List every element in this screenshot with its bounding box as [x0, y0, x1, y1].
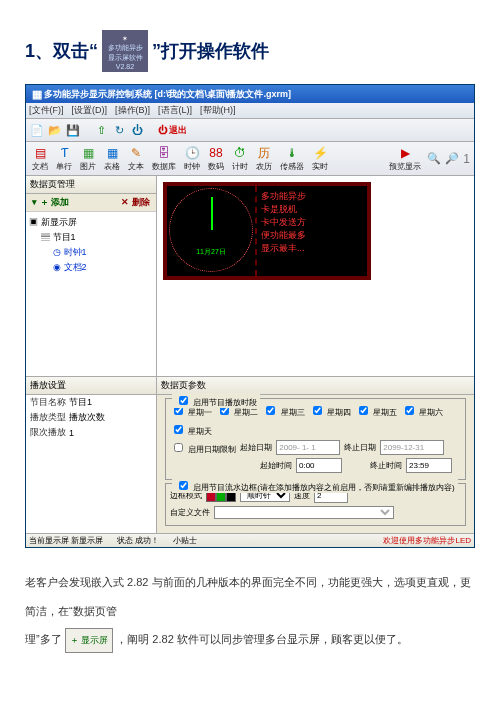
chk-date-limit[interactable]	[174, 443, 183, 452]
page-params-panel: 数据页参数 启用节目播放时段 星期一 星期二 星期三 星期四 星期五 星期六 星…	[157, 377, 474, 533]
heading-prefix: 1、双击“	[25, 39, 98, 63]
play-type-value: 播放次数	[69, 411, 105, 424]
led-preview: 11月27日 多功能异步 卡是脱机 卡中发送方 便功能最多 显示最丰...	[163, 182, 371, 280]
chk-wed[interactable]	[266, 406, 275, 415]
start-time-input[interactable]	[296, 458, 342, 473]
chk-sat[interactable]	[405, 406, 414, 415]
sidepanel: 数据页管理 ▾ ＋ 添加 ✕ 删除 ▣ 新显示屏 ▤ 节目1 ◷ 时钟1 ◉ 文…	[26, 176, 157, 376]
tree-root[interactable]: ▣ 新显示屏	[29, 215, 153, 230]
canvas-area[interactable]: 11月27日 多功能异步 卡是脱机 卡中发送方 便功能最多 显示最丰...	[157, 176, 474, 376]
exit-button[interactable]: ⏻ 退出	[158, 124, 187, 137]
program-name-value: 节目1	[69, 396, 92, 409]
status-welcome: 欢迎使用多功能异步LED	[383, 535, 471, 546]
led-text: 多功能异步 卡是脱机 卡中发送方 便功能最多 显示最丰...	[255, 186, 367, 276]
menu-file[interactable]: [文件(F)]	[29, 104, 64, 117]
enable-border-check[interactable]	[179, 481, 188, 490]
menu-help[interactable]: [帮助(H)]	[200, 104, 236, 117]
clock-date: 11月27日	[170, 247, 252, 257]
open-icon[interactable]: 📂	[48, 123, 62, 137]
desktop-shortcut-icon: ✶ 多功能异步 显示屏软件 V2.82	[102, 30, 148, 72]
end-time-input[interactable]	[406, 458, 452, 473]
bottom-panels: 播放设置 节目名称节目1 播放类型播放次数 限次播放1 数据页参数 启用节目播放…	[26, 376, 474, 533]
start-date-input[interactable]	[276, 440, 340, 455]
titlebar: ▦ 多功能异步显示屏控制系统 [d:\我的文档\桌面\播放文件.gxrm]	[26, 85, 474, 103]
main-area: 数据页管理 ▾ ＋ 添加 ✕ 删除 ▣ 新显示屏 ▤ 节目1 ◷ 时钟1 ◉ 文…	[26, 176, 474, 376]
app-window: ▦ 多功能异步显示屏控制系统 [d:\我的文档\桌面\播放文件.gxrm] [文…	[25, 84, 475, 548]
tb-shujuku[interactable]: 🗄数据库	[150, 144, 178, 173]
doc-paragraph: 老客户会发现嵌入式 2.82 与前面的几种版本的界面完全不同，功能更强大，选项更…	[25, 568, 475, 654]
play-limit-value: 1	[69, 428, 74, 438]
tree-view[interactable]: ▣ 新显示屏 ▤ 节目1 ◷ 时钟1 ◉ 文档2	[26, 212, 156, 376]
delete-button[interactable]: ✕ 删除	[121, 196, 150, 209]
tb-biaoge[interactable]: ▦表格	[102, 144, 122, 173]
play-settings-head: 播放设置	[26, 377, 156, 395]
zoom-in-icon[interactable]: 🔍	[427, 152, 441, 166]
toolbar-main: ▤文档 Ƭ单行 ▦图片 ▦表格 ✎文本 🗄数据库 🕒时钟 88数码 ⏱计时 历农…	[26, 142, 474, 176]
side-head: 数据页管理	[26, 176, 156, 194]
refresh-icon[interactable]: ↻	[112, 123, 126, 137]
tree-clock1[interactable]: ◷ 时钟1	[53, 245, 153, 260]
enable-schedule-check[interactable]	[179, 396, 188, 405]
menubar: [文件(F)] [设置(D)] [操作(B)] [语言(L)] [帮助(H)]	[26, 103, 474, 119]
heading-suffix: ”打开操作软件	[152, 39, 269, 63]
chk-thu[interactable]	[313, 406, 322, 415]
tree-doc2[interactable]: ◉ 文档2	[53, 260, 153, 275]
tb-wendang[interactable]: ▤文档	[30, 144, 50, 173]
schedule-group: 启用节目播放时段 星期一 星期二 星期三 星期四 星期五 星期六 星期天 启用日…	[165, 398, 466, 480]
menu-setting[interactable]: [设置(D)]	[72, 104, 108, 117]
toolbar-top: 📄 📂 💾 ⇧ ↻ ⏻ ⏻ 退出	[26, 119, 474, 142]
add-screen-button-example: ＋ 显示屏	[65, 628, 114, 653]
status-screen-val: 新显示屏	[71, 536, 103, 545]
clock-face: 11月27日	[169, 188, 253, 272]
new-icon[interactable]: 📄	[30, 123, 44, 137]
tb-jishi[interactable]: ⏱计时	[230, 144, 250, 173]
menu-run[interactable]: [操作(B)]	[115, 104, 150, 117]
power-icon[interactable]: ⏻	[130, 123, 144, 137]
tb-wenben[interactable]: ✎文本	[126, 144, 146, 173]
tb-sensor[interactable]: 🌡传感器	[278, 144, 306, 173]
chk-sun[interactable]	[174, 425, 183, 434]
add-button[interactable]: ▾ ＋ 添加	[32, 196, 69, 209]
status-state-val: 成功！	[135, 536, 159, 545]
upload-icon[interactable]: ⇧	[94, 123, 108, 137]
statusbar: 当前显示屏 新显示屏 状态 成功！ 小贴士 欢迎使用多功能异步LED	[26, 533, 474, 547]
tree-program[interactable]: ▤ 节目1	[41, 230, 153, 245]
doc-step-heading: 1、双击“ ✶ 多功能异步 显示屏软件 V2.82 ”打开操作软件	[25, 30, 475, 72]
chk-fri[interactable]	[359, 406, 368, 415]
zoom-value: 1	[463, 152, 470, 166]
window-title: 多功能异步显示屏控制系统 [d:\我的文档\桌面\播放文件.gxrm]	[44, 88, 291, 101]
tb-clock[interactable]: 🕒时钟	[182, 144, 202, 173]
custom-row: 自定义文件	[170, 506, 461, 519]
time-row: 起始时间 终止时间	[170, 458, 461, 473]
status-tip: 小贴士	[173, 535, 197, 546]
tb-nongli[interactable]: 历农历	[254, 144, 274, 173]
end-date-input[interactable]	[380, 440, 444, 455]
side-tools: ▾ ＋ 添加 ✕ 删除	[26, 194, 156, 212]
zoom-out-icon[interactable]: 🔎	[445, 152, 459, 166]
tb-realtime[interactable]: ⚡实时	[310, 144, 330, 173]
tb-preview[interactable]: ▶预览显示	[387, 144, 423, 173]
menu-lang[interactable]: [语言(L)]	[158, 104, 192, 117]
date-row: 启用日期限制 起始日期 终止日期	[170, 440, 461, 455]
save-icon[interactable]: 💾	[66, 123, 80, 137]
custom-file-select[interactable]	[214, 506, 394, 519]
play-settings-panel: 播放设置 节目名称节目1 播放类型播放次数 限次播放1	[26, 377, 157, 533]
tb-danhang[interactable]: Ƭ单行	[54, 144, 74, 173]
app-icon: ▦	[30, 87, 44, 101]
tb-tupian[interactable]: ▦图片	[78, 144, 98, 173]
tb-shuma[interactable]: 88数码	[206, 144, 226, 173]
border-group: 启用节目流水边框(请在添加播放内容之前启用，否则请重新编排播放内容) 边框模式 …	[165, 483, 466, 526]
weekday-row: 星期一 星期二 星期三 星期四 星期五 星期六 星期天	[170, 403, 461, 437]
